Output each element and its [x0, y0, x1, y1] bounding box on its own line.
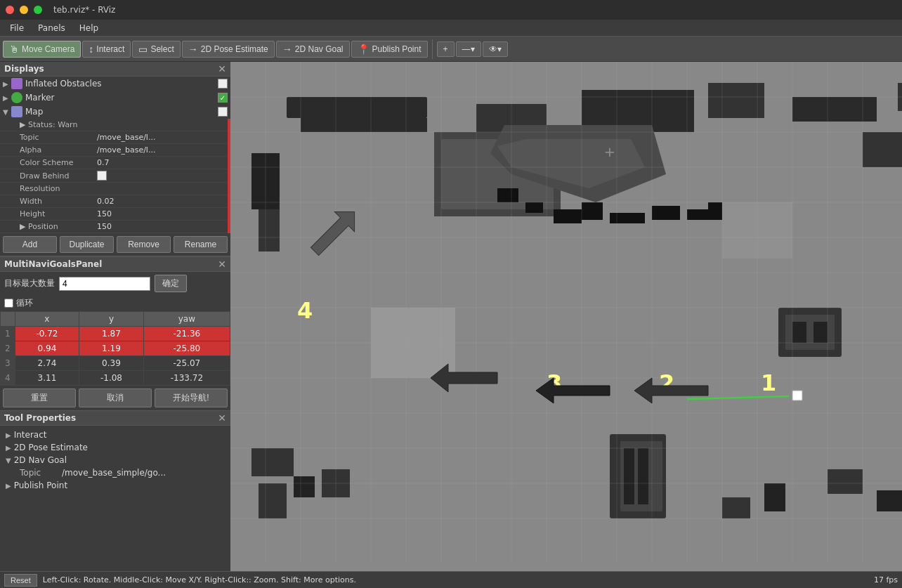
tree-item-marker[interactable]: ▶ Marker ✓ [0, 91, 230, 105]
table-buttons: 重置 取消 开始导航! [0, 386, 230, 410]
nav-goal-topic-row: Topic /move_base_simple/go... [3, 466, 228, 479]
max-goals-input[interactable] [59, 277, 150, 291]
row-y: 1.19 [79, 341, 144, 356]
select-label: Select [150, 44, 174, 54]
interact-icon: ↕ [89, 44, 93, 55]
row-y: 0.39 [79, 356, 144, 371]
col-num [1, 312, 15, 327]
tree-arrow-map: ▼ [3, 108, 11, 116]
move-camera-button[interactable]: 🖱 Move Camera [3, 41, 81, 58]
svg-rect-41 [764, 483, 785, 511]
maximize-button[interactable] [34, 6, 42, 14]
row-x: -0.72 [15, 327, 79, 341]
svg-rect-12 [259, 209, 280, 251]
prop-colorscheme: Color Scheme 0.7 [0, 157, 230, 169]
zoom-button[interactable]: —▾ [456, 41, 481, 57]
svg-rect-15 [554, 209, 582, 223]
svg-rect-34 [813, 322, 828, 343]
tree-item-map[interactable]: ▼ Map [0, 105, 230, 119]
prop-drawbehind: Draw Behind [0, 169, 230, 183]
svg-rect-20 [708, 202, 722, 220]
map-svg: + 4 3 2 [230, 62, 902, 571]
prop-alpha-label: Alpha [20, 145, 97, 155]
tool-nav-goal[interactable]: ▼ 2D Nav Goal [3, 454, 228, 466]
start-nav-button[interactable]: 开始导航! [155, 388, 228, 407]
pose-estimate-name: 2D Pose Estimate [14, 443, 88, 452]
displays-close[interactable]: ✕ [218, 64, 226, 74]
prop-status: ▶ Status: Warn [0, 119, 230, 131]
interact-label: Interact [96, 44, 124, 54]
row-y: 1.87 [79, 327, 144, 341]
prop-alpha: Alpha /move_base/l... [0, 144, 230, 157]
row-yaw: -21.36 [143, 327, 230, 341]
table-row[interactable]: 1-0.721.87-21.36 [1, 327, 230, 341]
publish-point-arrow: ▶ [6, 482, 11, 490]
tree-item-inflated[interactable]: ▶ Inflated Obstacles [0, 77, 230, 91]
menu-file[interactable]: File [3, 22, 31, 34]
table-row[interactable]: 32.740.39-25.07 [1, 356, 230, 371]
prop-height-value: 150 [97, 209, 228, 218]
tool-pose-estimate[interactable]: ▶ 2D Pose Estimate [3, 441, 228, 454]
move-camera-label: Move Camera [22, 44, 74, 54]
nav-goal-topic-value: /move_base_simple/go... [62, 468, 166, 478]
tree-arrow-inflated: ▶ [3, 80, 11, 88]
col-yaw: yaw [143, 312, 230, 327]
svg-rect-18 [652, 206, 680, 220]
rename-button[interactable]: Rename [174, 236, 228, 253]
menu-help[interactable]: Help [72, 22, 105, 34]
menu-panels[interactable]: Panels [31, 22, 72, 34]
svg-rect-84 [792, 391, 802, 400]
confirm-button[interactable]: 确定 [155, 275, 187, 292]
displays-content[interactable]: ▶ Inflated Obstacles ▶ Marker ✓ ▼ Map [0, 77, 230, 233]
add-button[interactable]: Add [3, 236, 57, 253]
publish-label: Publish Point [372, 44, 421, 54]
drawbehind-checkbox[interactable] [97, 171, 107, 181]
cycle-checkbox[interactable] [4, 299, 13, 308]
close-button[interactable] [6, 6, 14, 14]
map-props-container: ▶ Status: Warn Topic /move_base/l... Alp… [0, 119, 230, 233]
pose-estimate-button[interactable]: → 2D Pose Estimate [182, 41, 275, 58]
tool-interact[interactable]: ▶ Interact [3, 429, 228, 441]
duplicate-button[interactable]: Duplicate [60, 236, 114, 253]
row-x: 2.74 [15, 356, 79, 371]
prop-alpha-value: /move_base/l... [97, 145, 228, 155]
minimize-button[interactable] [20, 6, 28, 14]
select-button[interactable]: ▭ Select [132, 41, 180, 58]
table-row[interactable]: 43.11-1.08-133.72 [1, 371, 230, 386]
left-panel: Displays ✕ ▶ Inflated Obstacles ▶ Marker… [0, 62, 230, 571]
table-row[interactable]: 20.941.19-25.80 [1, 341, 230, 356]
svg-rect-2 [301, 118, 427, 132]
tool-props-panel: Tool Properties ✕ ▶ Interact ▶ 2D Pose E… [0, 410, 230, 571]
view-button[interactable]: 👁▾ [483, 41, 508, 57]
col-x: x [15, 312, 79, 327]
fps-badge: 17 fps [874, 575, 898, 584]
reset-button[interactable]: Reset [4, 574, 37, 587]
map-area[interactable]: + 4 3 2 [230, 62, 902, 571]
plus-button[interactable]: + [437, 41, 455, 57]
tool-props-close[interactable]: ✕ [218, 413, 226, 423]
prop-colorscheme-label: Color Scheme [20, 158, 97, 167]
prop-resolution: Resolution [0, 183, 230, 195]
remove-button[interactable]: Remove [117, 236, 171, 253]
max-goals-row: 目标最大数量 确定 [0, 272, 230, 295]
label-1: 1 [761, 370, 776, 396]
row-num: 4 [1, 371, 15, 386]
displays-title: Displays [4, 64, 44, 74]
inflated-checkbox[interactable] [218, 79, 228, 89]
cancel-button[interactable]: 取消 [79, 388, 152, 407]
tool-publish-point[interactable]: ▶ Publish Point [3, 479, 228, 492]
multinavi-close[interactable]: ✕ [218, 259, 226, 269]
max-goals-label: 目标最大数量 [4, 277, 55, 289]
nav-goal-label: 2D Nav Goal [295, 44, 344, 54]
map-label: Map [25, 107, 43, 117]
marker-checkbox[interactable]: ✓ [218, 93, 228, 103]
map-checkbox[interactable] [218, 107, 228, 117]
reset-button[interactable]: 重置 [3, 388, 76, 407]
svg-rect-27 [251, 448, 294, 476]
pose-estimate-arrow: ▶ [6, 444, 11, 452]
menubar: File Panels Help [0, 20, 902, 37]
publish-point-button[interactable]: 📍 Publish Point [351, 41, 428, 58]
prop-height-label: Height [20, 209, 97, 218]
interact-button[interactable]: ↕ Interact [82, 41, 131, 58]
nav-goal-button[interactable]: → 2D Nav Goal [276, 41, 350, 58]
